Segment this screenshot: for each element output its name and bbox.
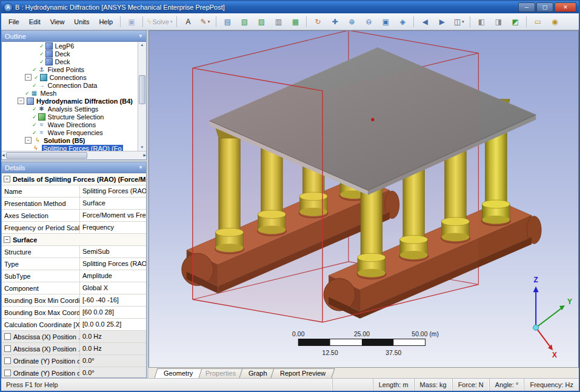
details-label: Calculation Coordinate [X ...	[2, 319, 80, 330]
virtual-cell-button[interactable]: ◨	[490, 15, 507, 28]
details-value[interactable]: Global X	[80, 282, 146, 294]
scroll-right-icon[interactable]: ▶	[143, 152, 146, 159]
scale-label: 0.00	[292, 331, 305, 337]
details-value[interactable]: 0.0 Hz	[80, 343, 146, 354]
status-bar: Press F1 for Help Length: mMass: kgForce…	[1, 378, 579, 391]
outline-tree: ✓LegP6✓Deck✓Deck✓⚓Fixed Points−✓Connecti…	[2, 42, 146, 151]
menu-view[interactable]: View	[45, 16, 70, 27]
solve-button[interactable]: ϟSolve▾	[145, 15, 174, 28]
next-view-button[interactable]: ▶	[433, 15, 450, 28]
checkbox[interactable]	[4, 370, 11, 376]
zoom-out-button[interactable]: ⊖	[360, 15, 377, 28]
details-value[interactable]: Splitting Forces (RAO) (Forc...	[80, 185, 146, 197]
ruler-button[interactable]: ▭	[529, 15, 546, 28]
tree-item-legp6[interactable]: ✓LegP6	[2, 42, 146, 50]
details-label: Component	[2, 282, 80, 294]
scrollbar-thumb[interactable]	[6, 152, 88, 159]
tree-item-deck[interactable]: ✓Deck	[2, 58, 146, 65]
zoom-in-button[interactable]: ⊕	[343, 15, 360, 28]
previous-view-button[interactable]: ◀	[416, 15, 433, 28]
menu-file[interactable]: File	[4, 16, 24, 27]
wave-icon: ≈	[38, 122, 45, 128]
tree-item-connection-data[interactable]: ✓→Connection Data	[2, 81, 146, 89]
tab-properties[interactable]: Properties	[196, 368, 245, 378]
scroll-up-icon[interactable]: ▲	[141, 42, 144, 48]
tree-item-solution-b5[interactable]: −ϟSolution (B5)	[2, 136, 146, 144]
connection-data-icon: →	[38, 82, 45, 88]
rotate-button[interactable]: ↻	[309, 15, 326, 28]
tree-item-mesh[interactable]: ✓▦Mesh	[2, 89, 146, 97]
view-cube-button[interactable]: ◫▾	[450, 15, 467, 28]
box-zoom-button[interactable]: ▣	[377, 15, 394, 28]
new-figure-button[interactable]: ▧	[236, 15, 253, 28]
details-value[interactable]: Splitting Forces (RAO)	[80, 258, 146, 270]
details-value[interactable]: Surface	[80, 198, 146, 209]
menu-edit[interactable]: Edit	[24, 16, 45, 27]
outline-vertical-scrollbar[interactable]: ▲ ▼	[138, 42, 146, 151]
tree-item-deck[interactable]: ✓Deck	[2, 50, 146, 58]
report-preview-button[interactable]: ▦	[287, 15, 304, 28]
expand-toggle[interactable]: −	[25, 137, 32, 144]
zoom-fit-button[interactable]: ◈	[394, 15, 411, 28]
details-row-frequency-or-period-scale: Frequency or Period ScaleFrequency	[2, 222, 146, 234]
pin-icon[interactable]: ▼	[138, 165, 143, 170]
font-annotation-button[interactable]: A	[179, 15, 196, 28]
print-preview-button[interactable]: ▥	[270, 15, 287, 28]
tab-report-preview[interactable]: Report Preview	[270, 368, 335, 378]
save-button[interactable]: ▣	[123, 15, 140, 28]
details-value[interactable]: [0.0 0.0 25.2]	[80, 319, 146, 330]
show-mesh-button[interactable]: ◩	[507, 15, 524, 28]
details-value[interactable]: SemiSub	[80, 246, 146, 257]
checkbox[interactable]	[4, 333, 11, 340]
expand-toggle[interactable]: −	[4, 176, 10, 182]
scrollbar-thumb[interactable]	[139, 75, 145, 104]
tab-geometry[interactable]: Geometry	[154, 368, 202, 378]
tree-item-splitting-forces-rao-fo[interactable]: ϟSplitting Forces (RAO) (Fo	[2, 144, 146, 151]
details-value[interactable]: [60 0.0 28]	[80, 307, 146, 318]
tree-item-hydrodynamic-diffraction-b4[interactable]: −Hydrodynamic Diffraction (B4)	[2, 97, 146, 105]
outline-horizontal-scrollbar[interactable]: ◀ ▶	[2, 151, 146, 159]
section-plane-button[interactable]: ◧	[473, 15, 490, 28]
scroll-down-icon[interactable]: ▼	[141, 144, 144, 151]
expand-toggle[interactable]: −	[25, 74, 32, 81]
pin-icon[interactable]: ▼	[138, 33, 143, 39]
connections-icon	[40, 74, 47, 81]
pan-button[interactable]: ✚	[326, 15, 343, 28]
expand-toggle[interactable]: −	[18, 98, 24, 104]
checkbox[interactable]	[4, 345, 11, 352]
details-value[interactable]: Frequency	[80, 222, 146, 233]
menu-units[interactable]: Units	[69, 16, 94, 27]
minimize-button[interactable]: ─	[518, 2, 535, 12]
tree-item-label: Mesh	[41, 90, 57, 97]
checkbox[interactable]	[4, 357, 11, 364]
tree-item-structure-selection[interactable]: ✓Structure Selection	[2, 113, 146, 121]
tag-button[interactable]: ◉	[546, 15, 563, 28]
graphics-viewport[interactable]: 0.00 25.00 50.00 (m) 12.50 37.50 Z	[148, 30, 579, 367]
details-value[interactable]: 0.0°	[80, 355, 146, 367]
details-value[interactable]: Force/Moment vs Frequency...	[80, 210, 146, 221]
toolbar-separator	[216, 16, 216, 27]
capture-image-button[interactable]: ▤	[219, 15, 236, 28]
details-value[interactable]: [-60 -40 -16]	[80, 294, 146, 306]
tree-item-analysis-settings[interactable]: ✓✱Analysis Settings	[2, 105, 146, 113]
color-picker-button[interactable]: ✎▾	[196, 15, 213, 28]
part-icon	[45, 42, 53, 50]
close-button[interactable]: ✕	[555, 2, 576, 12]
tree-item-connections[interactable]: −✓Connections	[2, 73, 146, 81]
details-value[interactable]: Amplitude	[80, 270, 146, 282]
details-row-abscissa-x-position: Abscissa (X) Position ...0.0 Hz	[2, 331, 146, 343]
new-chart-button[interactable]: ▨	[253, 15, 270, 28]
menu-help[interactable]: Help	[94, 16, 118, 27]
tree-item-label: Deck	[55, 50, 70, 58]
tree-item-wave-directions[interactable]: ✓≈Wave Directions	[2, 121, 146, 128]
viewport-3d-scene[interactable]: 0.00 25.00 50.00 (m) 12.50 37.50 Z	[149, 31, 578, 367]
app-icon[interactable]: A	[4, 3, 13, 12]
tree-item-fixed-points[interactable]: ✓⚓Fixed Points	[2, 65, 146, 73]
tree-item-wave-frequencies[interactable]: ✓≈Wave Frequencies	[2, 128, 146, 136]
expand-toggle[interactable]: −	[4, 236, 10, 243]
details-value[interactable]: 0.0°	[80, 367, 146, 377]
maximize-button[interactable]: ▢	[536, 2, 553, 12]
toolbar-separator	[470, 16, 470, 27]
details-value[interactable]: 0.0 Hz	[80, 331, 146, 342]
result-icon: ϟ	[32, 145, 39, 151]
